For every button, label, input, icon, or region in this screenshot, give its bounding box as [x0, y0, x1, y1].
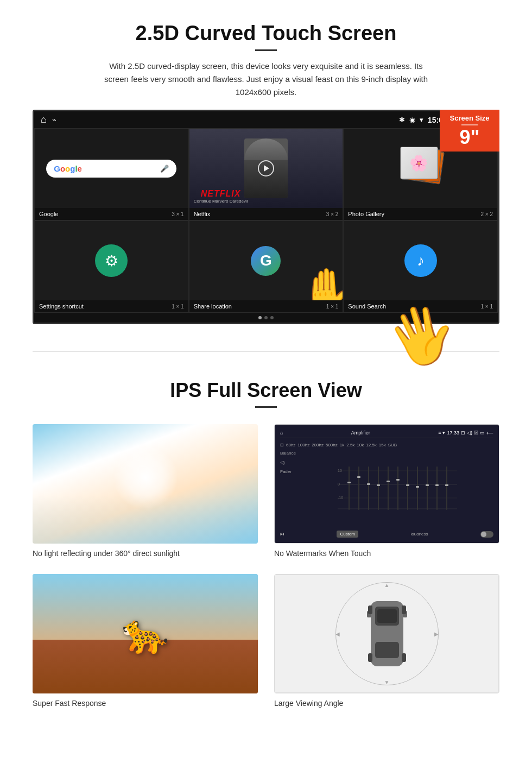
- gallery-label-row: Photo Gallery 2 × 2: [344, 208, 497, 220]
- svg-rect-7: [349, 466, 350, 510]
- amp-freq-10: SUB: [388, 443, 397, 447]
- google-label-size: 3 × 1: [172, 211, 184, 217]
- angle-arrow-bottom: ▼: [384, 679, 390, 685]
- netflix-logo-text: NETFLIX: [194, 189, 248, 199]
- photo-card-1: 🌸: [400, 147, 438, 179]
- amp-menu-icon: ≡: [438, 430, 441, 436]
- sound-app-cell[interactable]: ♪ Sound Search 1 × 1: [343, 220, 498, 313]
- amp-freq-3: 200hz: [312, 443, 324, 447]
- gallery-label-name: Photo Gallery: [348, 211, 384, 217]
- amp-fader-label: Fader: [280, 469, 299, 474]
- google-app-content: Google 🎤: [35, 129, 188, 208]
- amp-custom-btn[interactable]: Custom: [337, 531, 358, 538]
- feature-car-image: ▲ ▼ ◀ ▶: [274, 574, 499, 693]
- amp-time: 17:33: [447, 430, 459, 436]
- svg-rect-18: [396, 479, 400, 481]
- cheetah-visual: 🐆: [33, 574, 258, 693]
- viewing-angle-circle: [335, 582, 439, 685]
- screen-dots: [34, 313, 498, 323]
- svg-rect-14: [377, 484, 380, 486]
- google-label-name: Google: [39, 211, 58, 217]
- netflix-app-cell[interactable]: NETFLIX Continue Marvel's Daredevil Netf…: [189, 128, 344, 220]
- cheetah-icon: 🐆: [122, 611, 169, 656]
- device-wrapper: Screen Size 9" ⌂ ⌁ ✱ ◉ ▾ 15:06 ⊡ ◁) ☒: [33, 110, 499, 324]
- status-left: ⌂ ⌁: [41, 114, 56, 125]
- gallery-label-size: 2 × 2: [480, 211, 493, 217]
- dot-1[interactable]: [258, 316, 262, 319]
- amp-freq-4: 500hz: [326, 443, 338, 447]
- amp-freq-7: 10k: [357, 443, 364, 447]
- home-icon[interactable]: ⌂: [41, 114, 47, 125]
- amp-side-labels: Balance ◁) Fader: [280, 451, 299, 528]
- maps-icon: G: [251, 246, 281, 276]
- svg-rect-28: [445, 484, 448, 486]
- sound-app-content: ♪: [344, 221, 497, 300]
- svg-rect-25: [436, 466, 438, 510]
- curved-screen-section: 2.5D Curved Touch Screen With 2.5D curve…: [0, 0, 532, 335]
- eq-svg: 10 0 -10: [301, 465, 493, 514]
- amp-eq-sliders: 10 0 -10: [301, 451, 493, 528]
- svg-rect-11: [368, 466, 369, 510]
- share-label-row: Share location 1 × 1: [189, 300, 343, 312]
- settings-label-size: 1 × 1: [172, 304, 184, 310]
- location-icon: ◉: [409, 116, 415, 124]
- settings-app-cell[interactable]: ⚙ Settings shortcut 1 × 1: [34, 220, 189, 313]
- watermark-caption: No Watermarks When Touch: [274, 549, 499, 558]
- netflix-label: NETFLIX Continue Marvel's Daredevil: [194, 189, 248, 204]
- car-caption: Large Viewing Angle: [274, 699, 499, 708]
- amp-footer: ⏮ Custom loudness: [280, 531, 493, 538]
- google-app-cell[interactable]: Google 🎤 Google 3 × 1: [34, 128, 189, 220]
- amp-camera-icon: ⊡: [461, 430, 465, 436]
- bluetooth-icon: ✱: [399, 116, 405, 124]
- settings-app-content: ⚙: [35, 221, 188, 300]
- feature-sunlight: No light reflecting under 360° direct su…: [33, 424, 258, 558]
- amp-loudness-label: loudness: [411, 532, 428, 537]
- amp-prev-icon: ⏮: [280, 532, 284, 537]
- svg-rect-21: [417, 466, 418, 510]
- badge-divider: [461, 124, 478, 125]
- section-separator: [33, 351, 499, 352]
- music-icon-circle: ♪: [404, 244, 437, 277]
- svg-rect-12: [367, 483, 370, 485]
- hand-pointer-icon: 🤚: [299, 266, 343, 300]
- dot-2[interactable]: [264, 316, 268, 319]
- angle-arrow-right: ▶: [434, 631, 439, 637]
- ips-divider: [255, 406, 277, 408]
- settings-label-row: Settings shortcut 1 × 1: [35, 300, 188, 312]
- svg-rect-13: [378, 466, 379, 510]
- dot-3[interactable]: [270, 316, 274, 319]
- amp-freq-8: 12.5k: [366, 443, 377, 447]
- sound-label-size: 1 × 1: [480, 304, 493, 310]
- google-search-bar[interactable]: Google 🎤: [46, 160, 176, 178]
- svg-text:-10: -10: [338, 496, 343, 500]
- share-label-name: Share location: [194, 303, 232, 310]
- amp-header: ⌂ Amplifier ≡ ▾ 17:33 ⊡ ◁) ☒ ▭ ⟵: [280, 430, 493, 438]
- microphone-icon[interactable]: 🎤: [160, 165, 169, 173]
- feature-car: ▲ ▼ ◀ ▶ Large Viewing Angle: [274, 574, 499, 708]
- svg-text:0: 0: [338, 482, 340, 486]
- svg-rect-10: [357, 476, 360, 478]
- angle-arrow-top: ▲: [384, 582, 390, 588]
- amp-vol-label: ◁): [280, 460, 299, 465]
- android-screen: ⌂ ⌁ ✱ ◉ ▾ 15:06 ⊡ ◁) ☒ ▭: [33, 110, 499, 324]
- amp-back-icon: ⟵: [486, 430, 493, 436]
- amp-bat-icon: ☒: [474, 430, 478, 436]
- amp-freq-1: 60hz: [286, 443, 295, 447]
- svg-rect-23: [427, 466, 428, 510]
- play-button[interactable]: [258, 160, 274, 176]
- amp-eq-icon: ⊞: [280, 443, 284, 447]
- share-app-cell[interactable]: G 🤚 Share location 1 × 1: [189, 220, 344, 313]
- screen-size-badge: Screen Size 9": [440, 110, 499, 152]
- google-label-row: Google 3 × 1: [35, 208, 188, 220]
- amp-balance-label: Balance: [280, 451, 299, 456]
- amp-freq-5: 1k: [340, 443, 344, 447]
- amp-freq-labels: ⊞ 60hz 100hz 200hz 500hz 1k 2.5k 10k 12.…: [280, 443, 493, 447]
- netflix-subtitle: Continue Marvel's Daredevil: [194, 199, 248, 204]
- amp-toggle[interactable]: [480, 531, 493, 538]
- amp-freq-2: 100hz: [297, 443, 309, 447]
- amp-title: Amplifier: [351, 430, 370, 436]
- sunlight-visual: [33, 424, 258, 544]
- section1-description: With 2.5D curved-display screen, this de…: [103, 60, 429, 99]
- svg-rect-8: [347, 482, 351, 483]
- svg-rect-17: [397, 466, 398, 510]
